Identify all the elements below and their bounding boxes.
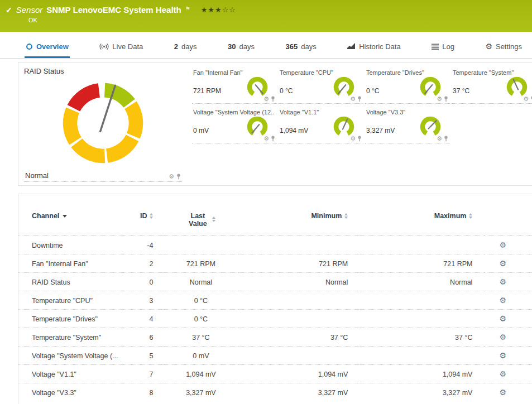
channel-settings-icon[interactable]: ⚙ [499,333,506,342]
channel-settings-icon[interactable]: ⚙ [499,314,506,323]
tab-live-data[interactable]: Live Data [98,33,144,58]
gauge-label: Voltage "V1.1" [280,109,361,116]
gear-icon[interactable]: ⚙ [169,174,174,180]
tab-label: Log [442,42,454,51]
channel-id: 3 [123,291,164,310]
channel-settings-icon[interactable]: ⚙ [499,241,506,249]
minimum-value: Normal [238,273,360,291]
gauge-cell: Temperature "System" 37 °C ⚙ [452,69,532,104]
tab-log[interactable]: Log [430,33,456,58]
gear-icon[interactable]: ⚙ [523,96,529,102]
column-header-maximum[interactable]: Maximum [360,211,485,236]
channel-settings-icon[interactable]: ⚙ [499,259,506,268]
pin-icon[interactable] [271,136,275,142]
tab-2-days[interactable]: 2 days [173,33,198,58]
maximum-value: 721 RPM [360,254,485,273]
maximum-value: 1,094 mV [360,365,485,383]
gauge-value: 1,094 mV [280,127,308,134]
gauges-card: RAID Status Normal ⚙ [18,62,532,186]
minimum-value [238,236,360,254]
overview-icon [26,43,33,50]
channel-settings-icon[interactable]: ⚙ [499,277,506,286]
settings-gear-icon: ⚙ [485,42,492,51]
gear-icon[interactable]: ⚙ [263,136,269,142]
channel-name: Temperature "Drives" [18,310,123,328]
gear-icon[interactable]: ⚙ [263,96,269,102]
gauge-value: 0 °C [280,87,293,95]
channel-sort-caret-icon [63,215,67,218]
pin-icon[interactable] [444,96,448,102]
column-header-minimum[interactable]: Minimum [238,211,360,236]
tab-365-days[interactable]: 365 days [285,33,318,58]
pin-icon[interactable] [176,174,181,180]
tab-overview[interactable]: Overview [25,33,70,58]
table-row: Voltage "V3.3" 8 3,327 mV 3,327 mV 3,327… [18,383,532,402]
gauge-label: Temperature "CPU" [280,69,361,76]
last-value: 1,094 mV [163,365,238,383]
pin-icon[interactable] [444,136,448,142]
gear-icon[interactable]: ⚙ [350,96,356,102]
channel-id: 7 [123,365,164,383]
column-header-id[interactable]: ID [123,211,164,236]
page-title: SNMP LenovoEMC System Health [46,5,181,15]
pin-icon[interactable] [357,136,362,142]
gear-icon[interactable]: ⚙ [437,136,442,142]
gauge-label: Temperature "System" [453,69,532,76]
channel-name: Voltage "V1.1" [18,365,123,383]
last-value [163,236,238,254]
channel-name: Voltage "System Voltage (... [18,347,123,365]
column-header-last-value[interactable]: Last Value [163,211,238,236]
channel-name: Downtime [18,236,123,254]
minimum-value: 1,094 mV [238,365,360,383]
tab-30-days[interactable]: 30 days [227,33,256,58]
raid-panel-title: RAID Status [24,67,182,75]
column-header-channel[interactable]: Channel [18,211,123,236]
maximum-value: 3,327 mV [360,383,485,402]
gauge-cell: Temperature "Drives" 0 °C ⚙ [365,69,450,104]
table-row: Temperature "System" 6 37 °C 37 °C 37 °C… [18,328,532,347]
table-row: Temperature "CPU" 3 0 °C ⚙ [18,291,532,310]
sort-icon [212,217,215,222]
sensor-header: ✓ Sensor SNMP LenovoEMC System Health ⚑ … [0,0,532,32]
table-row: Temperature "Drives" 4 0 °C ⚙ [18,310,532,328]
last-value: Normal [163,273,238,291]
channel-settings-icon[interactable]: ⚙ [499,369,506,378]
gear-icon[interactable]: ⚙ [437,96,442,102]
gear-icon[interactable]: ⚙ [350,136,356,142]
tab-label: days [181,42,196,51]
table-row: RAID Status 0 Normal Normal Normal ⚙ [18,273,532,291]
channel-name: Temperature "System" [18,328,123,347]
tab-label: days [239,42,255,51]
minimum-value: 37 °C [238,328,360,347]
priority-flag-icon[interactable]: ⚑ [185,6,190,12]
channel-settings-icon[interactable]: ⚙ [499,388,506,397]
channel-settings-icon[interactable]: ⚙ [499,296,506,305]
tab-historic-data[interactable]: Historic Data [346,33,401,58]
column-header-settings [485,211,532,236]
minimum-value [238,310,360,328]
last-value: 37 °C [163,328,238,347]
tab-label-number: 30 [228,42,236,51]
gauge-value: 0 mV [193,127,209,134]
tab-settings[interactable]: ⚙ Settings [484,33,523,58]
gauge-label: Voltage "V3.3" [366,109,448,116]
priority-stars[interactable]: ★★★☆☆ [201,6,236,14]
channel-settings-icon[interactable]: ⚙ [499,351,506,360]
last-value: 0 °C [163,310,238,328]
tab-label-number: 2 [174,42,178,51]
gauge-label: Voltage "System Voltage (12... [193,109,275,116]
channel-name: RAID Status [18,273,123,291]
tab-label: Historic Data [359,42,400,51]
gauge-cell: Voltage "System Voltage (12... 0 mV ⚙ [192,109,277,143]
pin-icon[interactable] [271,96,275,102]
pin-icon[interactable] [357,96,362,102]
maximum-value [360,310,485,328]
tab-label: Overview [36,42,69,51]
last-value: 3,327 mV [163,383,238,402]
gauge-grid: Fan "Internal Fan" 721 RPM ⚙ Temperature… [188,62,532,185]
tab-bar: Overview Live Data 2 days 30 days 365 da… [0,33,532,59]
minimum-value: 3,327 mV [238,383,360,402]
table-row: Downtime -4 ⚙ [18,236,532,254]
gauge-value: 0 °C [366,87,379,95]
tab-label-number: 365 [286,42,298,51]
